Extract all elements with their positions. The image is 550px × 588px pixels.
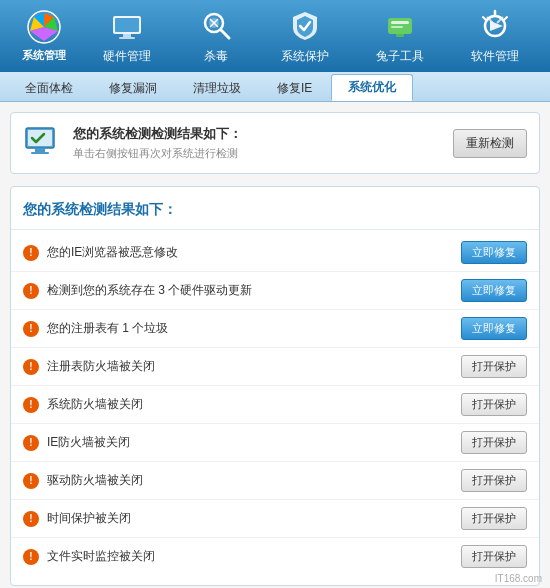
result-left: !系统防火墙被关闭: [23, 396, 461, 413]
tab-bar: 全面体检 修复漏洞 清理垃圾 修复IE 系统优化: [0, 72, 550, 102]
result-row: !IE防火墙被关闭打开保护: [11, 424, 539, 462]
banner-text: 您的系统检测检测结果如下： 单击右侧按钮再次对系统进行检测: [73, 125, 242, 161]
results-title: 您的系统检测结果如下：: [11, 197, 539, 230]
tab-optimize[interactable]: 系统优化: [331, 74, 413, 101]
nav-item-kill[interactable]: 杀毒: [188, 0, 244, 73]
tab-fixie[interactable]: 修复IE: [260, 75, 329, 101]
nav-item-software[interactable]: 软件管理: [461, 0, 529, 73]
results-section: 您的系统检测结果如下： !您的IE浏览器被恶意修改立即修复!检测到您的系统存在 …: [10, 186, 540, 586]
svg-rect-2: [115, 18, 139, 32]
svg-line-6: [221, 30, 229, 38]
fix-button[interactable]: 立即修复: [461, 241, 527, 264]
protect-button[interactable]: 打开保护: [461, 431, 527, 454]
software-icon: [477, 8, 513, 44]
protect-button[interactable]: 打开保护: [461, 393, 527, 416]
nav-label-tools: 兔子工具: [376, 48, 424, 65]
nav-label-hardware: 硬件管理: [103, 48, 151, 65]
banner-computer-icon: [23, 123, 63, 163]
tab-clean[interactable]: 清理垃圾: [176, 75, 258, 101]
warning-icon: !: [23, 283, 39, 299]
main-content: 您的系统检测检测结果如下： 单击右侧按钮再次对系统进行检测 重新检测 您的系统检…: [0, 102, 550, 588]
svg-rect-22: [35, 148, 45, 152]
kill-icon: [198, 8, 234, 44]
result-row: !您的IE浏览器被恶意修改立即修复: [11, 234, 539, 272]
warning-icon: !: [23, 549, 39, 565]
result-text: IE防火墙被关闭: [47, 434, 130, 451]
warning-icon: !: [23, 511, 39, 527]
fix-button[interactable]: 立即修复: [461, 317, 527, 340]
app-logo: 系统管理: [8, 4, 80, 68]
protect-button[interactable]: 打开保护: [461, 507, 527, 530]
nav-label-protect: 系统保护: [281, 48, 329, 65]
results-rows: !您的IE浏览器被恶意修改立即修复!检测到您的系统存在 3 个硬件驱动更新立即修…: [11, 234, 539, 575]
nav-item-hardware[interactable]: 硬件管理: [93, 0, 161, 73]
svg-rect-3: [123, 34, 131, 37]
result-left: !IE防火墙被关闭: [23, 434, 461, 451]
result-left: !驱动防火墙被关闭: [23, 472, 461, 489]
svg-line-18: [504, 17, 507, 20]
nav-label-kill: 杀毒: [204, 48, 228, 65]
result-left: !您的注册表有 1 个垃圾: [23, 320, 461, 337]
watermark: IT168.com: [495, 573, 542, 584]
result-text: 时间保护被关闭: [47, 510, 131, 527]
detection-banner: 您的系统检测检测结果如下： 单击右侧按钮再次对系统进行检测 重新检测: [10, 112, 540, 174]
fix-button[interactable]: 立即修复: [461, 279, 527, 302]
result-text: 驱动防火墙被关闭: [47, 472, 143, 489]
result-left: !文件实时监控被关闭: [23, 548, 461, 565]
result-row: !您的注册表有 1 个垃圾立即修复: [11, 310, 539, 348]
warning-icon: !: [23, 435, 39, 451]
result-row: !注册表防火墙被关闭打开保护: [11, 348, 539, 386]
banner-title: 您的系统检测检测结果如下：: [73, 125, 242, 143]
result-row: !文件实时监控被关闭打开保护: [11, 538, 539, 575]
result-row: !检测到您的系统存在 3 个硬件驱动更新立即修复: [11, 272, 539, 310]
result-row: !系统防火墙被关闭打开保护: [11, 386, 539, 424]
app-title: 系统管理: [22, 48, 66, 63]
result-text: 系统防火墙被关闭: [47, 396, 143, 413]
svg-rect-13: [396, 34, 404, 37]
svg-rect-23: [31, 152, 49, 154]
result-text: 您的注册表有 1 个垃圾: [47, 320, 168, 337]
top-nav: 系统管理 硬件管理: [0, 0, 550, 72]
result-text: 注册表防火墙被关闭: [47, 358, 155, 375]
warning-icon: !: [23, 397, 39, 413]
warning-icon: !: [23, 245, 39, 261]
nav-items: 硬件管理 杀毒: [80, 0, 542, 72]
logo-icon: [26, 9, 62, 45]
result-left: !您的IE浏览器被恶意修改: [23, 244, 461, 261]
result-row: !驱动防火墙被关闭打开保护: [11, 462, 539, 500]
result-row: !时间保护被关闭打开保护: [11, 500, 539, 538]
warning-icon: !: [23, 473, 39, 489]
tools-icon: [382, 8, 418, 44]
result-left: !检测到您的系统存在 3 个硬件驱动更新: [23, 282, 461, 299]
warning-icon: !: [23, 359, 39, 375]
nav-item-protect[interactable]: 系统保护: [271, 0, 339, 73]
result-text: 检测到您的系统存在 3 个硬件驱动更新: [47, 282, 252, 299]
result-text: 您的IE浏览器被恶意修改: [47, 244, 178, 261]
result-left: !时间保护被关闭: [23, 510, 461, 527]
tab-repair[interactable]: 修复漏洞: [92, 75, 174, 101]
svg-rect-11: [391, 21, 409, 24]
result-text: 文件实时监控被关闭: [47, 548, 155, 565]
svg-line-19: [483, 17, 486, 20]
warning-icon: !: [23, 321, 39, 337]
banner-left: 您的系统检测检测结果如下： 单击右侧按钮再次对系统进行检测: [23, 123, 242, 163]
nav-label-software: 软件管理: [471, 48, 519, 65]
tab-fullcheck[interactable]: 全面体检: [8, 75, 90, 101]
svg-rect-4: [119, 37, 135, 39]
result-left: !注册表防火墙被关闭: [23, 358, 461, 375]
protect-button[interactable]: 打开保护: [461, 355, 527, 378]
protect-icon: [287, 8, 323, 44]
nav-item-tools[interactable]: 兔子工具: [366, 0, 434, 73]
banner-subtitle: 单击右侧按钮再次对系统进行检测: [73, 146, 242, 161]
redetect-button[interactable]: 重新检测: [453, 129, 527, 158]
hardware-icon: [109, 8, 145, 44]
protect-button[interactable]: 打开保护: [461, 469, 527, 492]
svg-rect-12: [391, 26, 403, 28]
protect-button[interactable]: 打开保护: [461, 545, 527, 568]
